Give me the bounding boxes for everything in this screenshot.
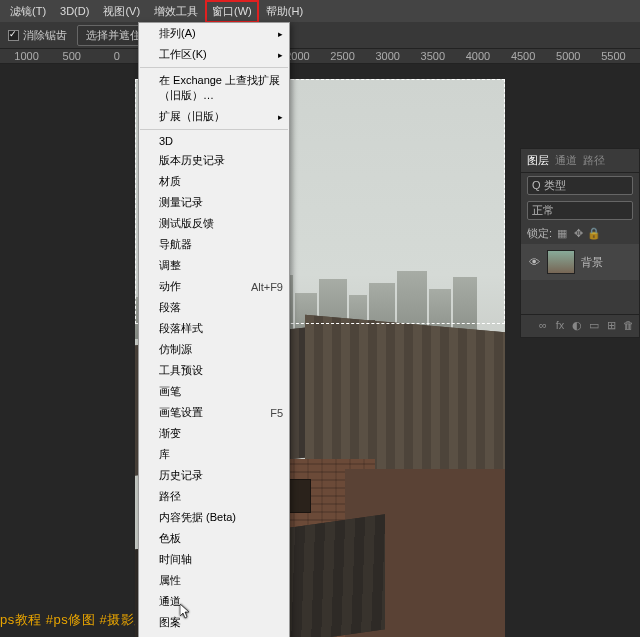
menu-item-22[interactable]: 历史记录 — [139, 465, 289, 486]
menu-item-19[interactable]: 画笔设置F5 — [139, 402, 289, 423]
mask-icon[interactable]: ◐ — [570, 319, 584, 333]
layer-thumbnail — [547, 250, 575, 274]
menu-filter[interactable]: 滤镜(T) — [4, 1, 52, 22]
options-bar: 消除锯齿 选择并遮住… — [0, 22, 640, 48]
horizontal-ruler: 1000 500 0 500 1000 1500 2000 2500 3000 … — [0, 48, 640, 64]
menu-window[interactable]: 窗口(W) — [206, 1, 258, 22]
menu-item-4[interactable]: 扩展（旧版） — [139, 106, 289, 127]
menu-item-28[interactable]: 通道 — [139, 591, 289, 612]
menu-item-7[interactable]: 版本历史记录 — [139, 150, 289, 171]
tab-paths[interactable]: 路径 — [583, 153, 605, 168]
menu-item-8[interactable]: 材质 — [139, 171, 289, 192]
lock-pixels-icon[interactable]: ▦ — [556, 228, 568, 240]
window-menu-dropdown: 排列(A)工作区(K)在 Exchange 上查找扩展（旧版）…扩展（旧版）3D… — [138, 22, 290, 637]
menu-item-21[interactable]: 库 — [139, 444, 289, 465]
menu-item-20[interactable]: 渐变 — [139, 423, 289, 444]
layer-row[interactable]: 👁 背景 — [521, 244, 639, 280]
menu-view[interactable]: 视图(V) — [97, 1, 146, 22]
menu-item-14[interactable]: 段落 — [139, 297, 289, 318]
menu-item-11[interactable]: 导航器 — [139, 234, 289, 255]
new-layer-icon[interactable]: ⊞ — [604, 319, 618, 333]
layer-name: 背景 — [581, 255, 603, 270]
menu-item-25[interactable]: 色板 — [139, 528, 289, 549]
menu-item-0[interactable]: 排列(A) — [139, 23, 289, 44]
menu-help[interactable]: 帮助(H) — [260, 1, 309, 22]
menu-item-27[interactable]: 属性 — [139, 570, 289, 591]
menu-item-16[interactable]: 仿制源 — [139, 339, 289, 360]
menu-item-30[interactable]: ✓图层F7 — [139, 633, 289, 637]
menu-item-18[interactable]: 画笔 — [139, 381, 289, 402]
menu-item-17[interactable]: 工具预设 — [139, 360, 289, 381]
menu-item-26[interactable]: 时间轴 — [139, 549, 289, 570]
menu-plugins[interactable]: 增效工具 — [148, 1, 204, 22]
lock-all-icon[interactable]: 🔒 — [588, 228, 600, 240]
lock-position-icon[interactable]: ✥ — [572, 228, 584, 240]
antialias-checkbox[interactable]: 消除锯齿 — [8, 28, 67, 43]
link-icon[interactable]: ∞ — [536, 319, 550, 333]
lock-label: 锁定: — [527, 226, 552, 241]
checkbox-icon — [8, 30, 19, 41]
menu-item-9[interactable]: 测量记录 — [139, 192, 289, 213]
visibility-icon[interactable]: 👁 — [527, 256, 541, 268]
menu-item-3[interactable]: 在 Exchange 上查找扩展（旧版）… — [139, 70, 289, 106]
menu-item-24[interactable]: 内容凭据 (Beta) — [139, 507, 289, 528]
layer-kind-select[interactable]: Q 类型 — [527, 176, 633, 195]
blend-mode-select[interactable]: 正常 — [527, 201, 633, 220]
trash-icon[interactable]: 🗑 — [621, 319, 635, 333]
tab-channels[interactable]: 通道 — [555, 153, 577, 168]
menu-item-23[interactable]: 路径 — [139, 486, 289, 507]
menu-item-29[interactable]: 图案 — [139, 612, 289, 633]
antialias-label: 消除锯齿 — [23, 28, 67, 43]
menu-item-1[interactable]: 工作区(K) — [139, 44, 289, 65]
tab-layers[interactable]: 图层 — [527, 153, 549, 168]
menu-item-12[interactable]: 调整 — [139, 255, 289, 276]
menu-item-13[interactable]: 动作Alt+F9 — [139, 276, 289, 297]
layers-panel[interactable]: 图层 通道 路径 Q 类型 正常 锁定: ▦ ✥ 🔒 👁 背景 ∞ fx ◐ ▭… — [520, 148, 640, 338]
cursor-icon — [180, 604, 192, 620]
fx-icon[interactable]: fx — [553, 319, 567, 333]
menu-item-6[interactable]: 3D — [139, 132, 289, 150]
menu-3d[interactable]: 3D(D) — [54, 2, 95, 20]
menu-item-10[interactable]: 测试版反馈 — [139, 213, 289, 234]
menu-item-15[interactable]: 段落样式 — [139, 318, 289, 339]
menu-bar: 滤镜(T) 3D(D) 视图(V) 增效工具 窗口(W) 帮助(H) — [0, 0, 640, 22]
folder-icon[interactable]: ▭ — [587, 319, 601, 333]
